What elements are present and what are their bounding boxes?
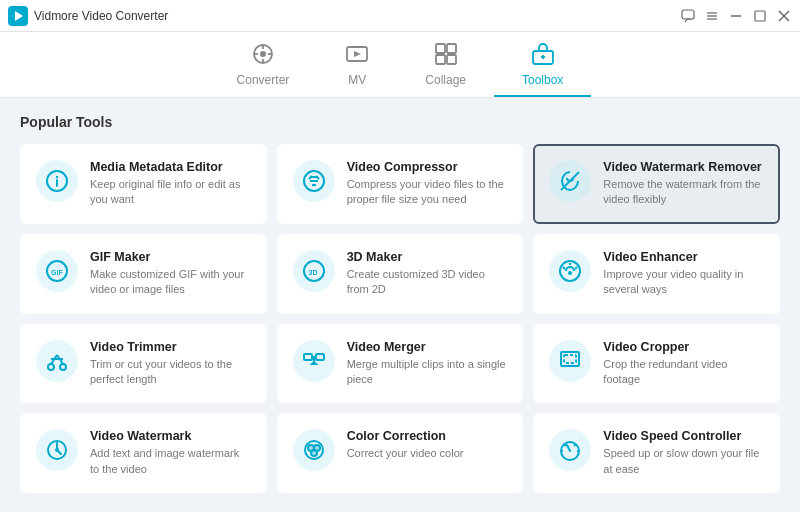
tab-converter-label: Converter bbox=[237, 73, 290, 87]
tab-collage-label: Collage bbox=[425, 73, 466, 87]
svg-rect-2 bbox=[682, 10, 694, 19]
tab-toolbox[interactable]: Toolbox bbox=[494, 32, 591, 97]
video-speed-controller-name: Video Speed Controller bbox=[603, 429, 764, 443]
gif-maker-info: GIF Maker Make customized GIF with your … bbox=[90, 250, 251, 298]
tool-card-gif-maker[interactable]: GIF GIF Maker Make customized GIF with y… bbox=[20, 234, 267, 314]
video-watermark-remover-info: Video Watermark Remover Remove the water… bbox=[603, 160, 764, 208]
video-watermark-desc: Add text and image watermark to the vide… bbox=[90, 446, 251, 477]
tool-card-video-speed-controller[interactable]: Video Speed Controller Speed up or slow … bbox=[533, 413, 780, 493]
tool-card-video-watermark-remover[interactable]: Video Watermark Remover Remove the water… bbox=[533, 144, 780, 224]
video-cropper-info: Video Cropper Crop the redundant video f… bbox=[603, 340, 764, 388]
tab-toolbox-label: Toolbox bbox=[522, 73, 563, 87]
tool-card-color-correction[interactable]: Color Correction Correct your video colo… bbox=[277, 413, 524, 493]
tab-mv-label: MV bbox=[348, 73, 366, 87]
svg-rect-50 bbox=[316, 354, 324, 360]
video-trimmer-info: Video Trimmer Trim or cut your videos to… bbox=[90, 340, 251, 388]
video-watermark-icon-wrap bbox=[36, 429, 78, 471]
svg-point-11 bbox=[260, 51, 266, 57]
video-speed-controller-desc: Speed up or slow down your file at ease bbox=[603, 446, 764, 477]
gif-maker-desc: Make customized GIF with your video or i… bbox=[90, 267, 251, 298]
minimize-button[interactable] bbox=[728, 8, 744, 24]
svg-rect-7 bbox=[755, 11, 765, 21]
video-watermark-remover-desc: Remove the watermark from the video flex… bbox=[603, 177, 764, 208]
nav-tabs: Converter MV Collage bbox=[0, 32, 800, 98]
app-title: Vidmore Video Converter bbox=[34, 9, 168, 23]
video-compressor-name: Video Compressor bbox=[347, 160, 508, 174]
gif-maker-name: GIF Maker bbox=[90, 250, 251, 264]
video-speed-controller-info: Video Speed Controller Speed up or slow … bbox=[603, 429, 764, 477]
svg-rect-19 bbox=[447, 44, 456, 53]
svg-text:GIF: GIF bbox=[51, 269, 63, 276]
3d-maker-icon-wrap: 3D bbox=[293, 250, 335, 292]
video-cropper-name: Video Cropper bbox=[603, 340, 764, 354]
svg-line-41 bbox=[563, 267, 565, 269]
tool-card-video-watermark[interactable]: Video Watermark Add text and image water… bbox=[20, 413, 267, 493]
tool-card-video-compressor[interactable]: Video Compressor Compress your video fil… bbox=[277, 144, 524, 224]
svg-text:3D: 3D bbox=[308, 269, 317, 276]
tab-converter[interactable]: Converter bbox=[209, 32, 318, 97]
color-correction-desc: Correct your video color bbox=[347, 446, 508, 461]
gif-maker-icon-wrap: GIF bbox=[36, 250, 78, 292]
svg-rect-21 bbox=[447, 55, 456, 64]
3d-maker-name: 3D Maker bbox=[347, 250, 508, 264]
toolbox-icon bbox=[531, 42, 555, 69]
maximize-button[interactable] bbox=[752, 8, 768, 24]
mv-icon bbox=[345, 42, 369, 69]
color-correction-info: Color Correction Correct your video colo… bbox=[347, 429, 508, 461]
3d-maker-desc: Create customized 3D video from 2D bbox=[347, 267, 508, 298]
svg-rect-49 bbox=[304, 354, 312, 360]
menu-button[interactable] bbox=[704, 8, 720, 24]
media-metadata-editor-desc: Keep original file info or edit as you w… bbox=[90, 177, 251, 208]
video-enhancer-info: Video Enhancer Improve your video qualit… bbox=[603, 250, 764, 298]
video-watermark-name: Video Watermark bbox=[90, 429, 251, 443]
title-bar-left: Vidmore Video Converter bbox=[8, 6, 168, 26]
video-trimmer-icon-wrap bbox=[36, 340, 78, 382]
video-merger-name: Video Merger bbox=[347, 340, 508, 354]
media-metadata-editor-icon bbox=[36, 160, 78, 202]
svg-rect-20 bbox=[436, 55, 445, 64]
svg-line-33 bbox=[316, 176, 319, 179]
video-merger-icon-wrap bbox=[293, 340, 335, 382]
close-button[interactable] bbox=[776, 8, 792, 24]
color-correction-name: Color Correction bbox=[347, 429, 508, 443]
tool-card-video-enhancer[interactable]: Video Enhancer Improve your video qualit… bbox=[533, 234, 780, 314]
3d-maker-info: 3D Maker Create customized 3D video from… bbox=[347, 250, 508, 298]
svg-line-32 bbox=[309, 176, 312, 179]
video-enhancer-icon-wrap bbox=[549, 250, 591, 292]
video-enhancer-name: Video Enhancer bbox=[603, 250, 764, 264]
svg-rect-18 bbox=[436, 44, 445, 53]
tool-card-video-trimmer[interactable]: Video Trimmer Trim or cut your videos to… bbox=[20, 324, 267, 404]
video-compressor-icon-wrap bbox=[293, 160, 335, 202]
svg-marker-17 bbox=[354, 51, 361, 57]
video-cropper-desc: Crop the redundant video footage bbox=[603, 357, 764, 388]
video-trimmer-name: Video Trimmer bbox=[90, 340, 251, 354]
video-compressor-info: Video Compressor Compress your video fil… bbox=[347, 160, 508, 208]
color-correction-icon-wrap bbox=[293, 429, 335, 471]
svg-line-42 bbox=[575, 267, 577, 269]
video-merger-desc: Merge multiple clips into a single piece bbox=[347, 357, 508, 388]
main-content: Popular Tools Media Metadata Editor Keep… bbox=[0, 98, 800, 512]
tab-collage[interactable]: Collage bbox=[397, 32, 494, 97]
tool-card-video-merger[interactable]: Video Merger Merge multiple clips into a… bbox=[277, 324, 524, 404]
svg-rect-53 bbox=[564, 355, 576, 363]
video-cropper-icon-wrap bbox=[549, 340, 591, 382]
title-bar: Vidmore Video Converter bbox=[0, 0, 800, 32]
svg-point-55 bbox=[55, 448, 59, 452]
tool-card-video-cropper[interactable]: Video Cropper Crop the redundant video f… bbox=[533, 324, 780, 404]
tab-mv[interactable]: MV bbox=[317, 32, 397, 97]
video-enhancer-desc: Improve your video quality in several wa… bbox=[603, 267, 764, 298]
svg-point-44 bbox=[48, 364, 54, 370]
app-logo-icon bbox=[8, 6, 28, 26]
video-watermark-info: Video Watermark Add text and image water… bbox=[90, 429, 251, 477]
video-compressor-desc: Compress your video files to the proper … bbox=[347, 177, 508, 208]
media-metadata-editor-name: Media Metadata Editor bbox=[90, 160, 251, 174]
tool-card-media-metadata-editor[interactable]: Media Metadata Editor Keep original file… bbox=[20, 144, 267, 224]
video-merger-info: Video Merger Merge multiple clips into a… bbox=[347, 340, 508, 388]
title-bar-controls bbox=[680, 8, 792, 24]
svg-point-40 bbox=[568, 271, 572, 275]
chat-button[interactable] bbox=[680, 8, 696, 24]
tools-grid: Media Metadata Editor Keep original file… bbox=[20, 144, 780, 493]
tool-card-3d-maker[interactable]: 3D 3D Maker Create customized 3D video f… bbox=[277, 234, 524, 314]
video-watermark-remover-name: Video Watermark Remover bbox=[603, 160, 764, 174]
svg-line-61 bbox=[564, 444, 566, 446]
